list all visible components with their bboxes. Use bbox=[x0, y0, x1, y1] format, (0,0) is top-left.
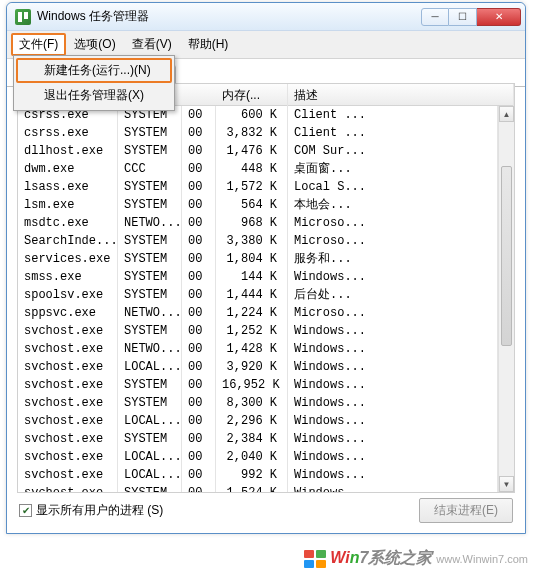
cell-user: SYSTEM bbox=[118, 322, 182, 340]
window-buttons: ─ ☐ ✕ bbox=[421, 8, 521, 26]
table-row[interactable]: spoolsv.exeSYSTEM001,444 K后台处... bbox=[18, 286, 498, 304]
cell-mem: 2,296 K bbox=[216, 412, 288, 430]
cell-cpu: 00 bbox=[182, 430, 216, 448]
table-row[interactable]: csrss.exeSYSTEM003,832 KClient ... bbox=[18, 124, 498, 142]
footer: ✔ 显示所有用户的进程 (S) 结束进程(E) bbox=[19, 497, 513, 523]
col-memory[interactable]: 内存(... bbox=[216, 84, 288, 106]
titlebar[interactable]: Windows 任务管理器 ─ ☐ ✕ bbox=[7, 3, 525, 31]
cell-cpu: 00 bbox=[182, 196, 216, 214]
cell-user: LOCAL... bbox=[118, 358, 182, 376]
cell-cpu: 00 bbox=[182, 304, 216, 322]
scroll-down-icon[interactable]: ▼ bbox=[499, 476, 514, 492]
table-row[interactable]: svchost.exeLOCAL...00992 KWindows... bbox=[18, 466, 498, 484]
menu-file[interactable]: 文件(F) bbox=[11, 33, 66, 56]
cell-cpu: 00 bbox=[182, 268, 216, 286]
table-row[interactable]: smss.exeSYSTEM00144 KWindows... bbox=[18, 268, 498, 286]
table-row[interactable]: svchost.exeSYSTEM008,300 KWindows... bbox=[18, 394, 498, 412]
menu-view[interactable]: 查看(V) bbox=[124, 33, 180, 56]
cell-name: SearchInde... bbox=[18, 232, 118, 250]
table-row[interactable]: svchost.exeNETWO...001,428 KWindows... bbox=[18, 340, 498, 358]
cell-cpu: 00 bbox=[182, 394, 216, 412]
vertical-scrollbar[interactable]: ▲ ▼ bbox=[498, 106, 514, 492]
cell-mem: 1,572 K bbox=[216, 178, 288, 196]
cell-desc: Windows... bbox=[288, 430, 498, 448]
cell-cpu: 00 bbox=[182, 160, 216, 178]
cell-name: svchost.exe bbox=[18, 322, 118, 340]
close-button[interactable]: ✕ bbox=[477, 8, 521, 26]
table-row[interactable]: lsass.exeSYSTEM001,572 KLocal S... bbox=[18, 178, 498, 196]
table-row[interactable]: svchost.exeLOCAL...002,040 KWindows... bbox=[18, 448, 498, 466]
cell-cpu: 00 bbox=[182, 214, 216, 232]
table-row[interactable]: svchost.exeSYSTEM001,524 KWindows... bbox=[18, 484, 498, 492]
cell-mem: 2,384 K bbox=[216, 430, 288, 448]
cell-name: svchost.exe bbox=[18, 412, 118, 430]
menu-options[interactable]: 选项(O) bbox=[66, 33, 123, 56]
cell-name: lsm.exe bbox=[18, 196, 118, 214]
cell-user: SYSTEM bbox=[118, 286, 182, 304]
cell-mem: 600 K bbox=[216, 106, 288, 124]
table-row[interactable]: services.exeSYSTEM001,804 K服务和... bbox=[18, 250, 498, 268]
maximize-button[interactable]: ☐ bbox=[449, 8, 477, 26]
cell-name: svchost.exe bbox=[18, 358, 118, 376]
cell-cpu: 00 bbox=[182, 250, 216, 268]
cell-mem: 1,224 K bbox=[216, 304, 288, 322]
table-row[interactable]: dwm.exeCCC00448 K桌面窗... bbox=[18, 160, 498, 178]
watermark: Win7系统之家 www.Winwin7.com bbox=[304, 548, 528, 569]
cell-mem: 8,300 K bbox=[216, 394, 288, 412]
cell-cpu: 00 bbox=[182, 340, 216, 358]
cell-desc: Client ... bbox=[288, 106, 498, 124]
scroll-up-icon[interactable]: ▲ bbox=[499, 106, 514, 122]
table-row[interactable]: dllhost.exeSYSTEM001,476 KCOM Sur... bbox=[18, 142, 498, 160]
file-dropdown: 新建任务(运行...)(N) 退出任务管理器(X) bbox=[13, 55, 175, 111]
cell-desc: Microso... bbox=[288, 214, 498, 232]
menu-exit[interactable]: 退出任务管理器(X) bbox=[16, 83, 172, 108]
table-row[interactable]: svchost.exeLOCAL...002,296 KWindows... bbox=[18, 412, 498, 430]
table-row[interactable]: svchost.exeSYSTEM0016,952 KWindows... bbox=[18, 376, 498, 394]
watermark-text: Win7系统之家 bbox=[330, 548, 432, 569]
cell-mem: 3,380 K bbox=[216, 232, 288, 250]
table-body[interactable]: csrss.exeSYSTEM00600 KClient ...csrss.ex… bbox=[18, 106, 498, 492]
table-row[interactable]: svchost.exeSYSTEM002,384 KWindows... bbox=[18, 430, 498, 448]
cell-desc: Windows... bbox=[288, 358, 498, 376]
cell-user: SYSTEM bbox=[118, 232, 182, 250]
cell-name: msdtc.exe bbox=[18, 214, 118, 232]
table-row[interactable]: msdtc.exeNETWO...00968 KMicroso... bbox=[18, 214, 498, 232]
minimize-button[interactable]: ─ bbox=[421, 8, 449, 26]
cell-desc: Microso... bbox=[288, 304, 498, 322]
cell-user: SYSTEM bbox=[118, 178, 182, 196]
show-all-label[interactable]: 显示所有用户的进程 (S) bbox=[36, 502, 163, 519]
cell-desc: 服务和... bbox=[288, 250, 498, 268]
col-description[interactable]: 描述 bbox=[288, 84, 514, 106]
table-row[interactable]: sppsvc.exeNETWO...001,224 KMicroso... bbox=[18, 304, 498, 322]
table-row[interactable]: lsm.exeSYSTEM00564 K本地会... bbox=[18, 196, 498, 214]
table-row[interactable]: svchost.exeSYSTEM001,252 KWindows... bbox=[18, 322, 498, 340]
end-process-button[interactable]: 结束进程(E) bbox=[419, 498, 513, 523]
cell-cpu: 00 bbox=[182, 142, 216, 160]
cell-desc: Windows... bbox=[288, 322, 498, 340]
cell-desc: Windows... bbox=[288, 268, 498, 286]
table-row[interactable]: svchost.exeLOCAL...003,920 KWindows... bbox=[18, 358, 498, 376]
cell-mem: 968 K bbox=[216, 214, 288, 232]
process-table: 映像名称 用户名 CPU 内存(... 描述 csrss.exeSYSTEM00… bbox=[18, 84, 514, 492]
cell-mem: 16,952 K bbox=[216, 376, 288, 394]
process-panel: 映像名称 用户名 CPU 内存(... 描述 csrss.exeSYSTEM00… bbox=[17, 83, 515, 493]
cell-cpu: 00 bbox=[182, 376, 216, 394]
menu-help[interactable]: 帮助(H) bbox=[180, 33, 237, 56]
scroll-thumb[interactable] bbox=[501, 166, 512, 346]
cell-cpu: 00 bbox=[182, 232, 216, 250]
cell-cpu: 00 bbox=[182, 412, 216, 430]
menu-new-task[interactable]: 新建任务(运行...)(N) bbox=[16, 58, 172, 83]
show-all-checkbox[interactable]: ✔ bbox=[19, 504, 32, 517]
cell-cpu: 00 bbox=[182, 322, 216, 340]
cell-mem: 3,920 K bbox=[216, 358, 288, 376]
cell-user: SYSTEM bbox=[118, 196, 182, 214]
cell-user: SYSTEM bbox=[118, 124, 182, 142]
cell-desc: Windows... bbox=[288, 376, 498, 394]
table-row[interactable]: SearchInde...SYSTEM003,380 KMicroso... bbox=[18, 232, 498, 250]
app-icon bbox=[15, 9, 31, 25]
cell-cpu: 00 bbox=[182, 286, 216, 304]
cell-mem: 1,476 K bbox=[216, 142, 288, 160]
cell-desc: Windows... bbox=[288, 466, 498, 484]
cell-name: dwm.exe bbox=[18, 160, 118, 178]
cell-user: SYSTEM bbox=[118, 430, 182, 448]
